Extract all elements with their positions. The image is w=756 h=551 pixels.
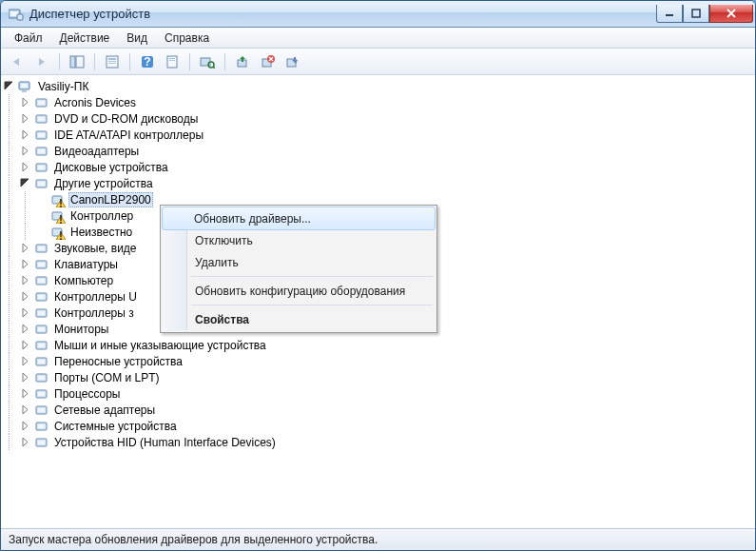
svg-text:!: ! xyxy=(59,228,63,240)
tree-category[interactable]: Дисковые устройства xyxy=(1,159,755,175)
svg-rect-55 xyxy=(38,311,45,315)
context-menu-item[interactable]: Отключить xyxy=(163,229,435,251)
expand-icon[interactable] xyxy=(17,240,33,256)
context-menu-item[interactable]: Обновить драйверы... xyxy=(162,207,436,230)
category-icon xyxy=(33,354,50,369)
tree-category[interactable]: Процессоры xyxy=(1,385,755,402)
svg-rect-10 xyxy=(108,63,116,64)
category-label: Компьютер xyxy=(52,274,115,287)
category-icon xyxy=(33,95,50,110)
context-menu-item[interactable]: Обновить конфигурацию оборудования xyxy=(163,280,435,302)
context-menu-item[interactable]: Свойства xyxy=(163,308,435,330)
category-icon xyxy=(33,370,50,385)
maximize-button[interactable] xyxy=(683,5,709,23)
tree-root[interactable]: Vasiliy-ПК xyxy=(1,78,755,94)
category-label: Другие устройства xyxy=(52,177,155,190)
expand-icon[interactable] xyxy=(17,385,33,402)
tree-category[interactable]: Видеоадаптеры xyxy=(1,143,755,159)
collapse-icon[interactable] xyxy=(1,78,17,94)
svg-rect-3 xyxy=(666,14,673,16)
minimize-button[interactable] xyxy=(656,5,683,23)
expand-icon[interactable] xyxy=(17,434,33,450)
svg-rect-67 xyxy=(38,408,45,412)
toolbar-separator xyxy=(59,53,60,70)
window-controls xyxy=(656,5,753,23)
status-text: Запуск мастера обновления драйверов для … xyxy=(9,533,378,546)
disable-button[interactable] xyxy=(281,51,302,72)
category-label: Устройства HID (Human Interface Devices) xyxy=(52,436,278,449)
tree-category[interactable]: Acronis Devices xyxy=(1,94,755,110)
context-menu-item[interactable]: Удалить xyxy=(163,251,435,273)
update-driver-button[interactable] xyxy=(232,51,253,72)
show-hide-tree-button[interactable] xyxy=(67,51,87,72)
menu-view[interactable]: Вид xyxy=(119,30,155,47)
device-label: CanonLBP2900 xyxy=(68,192,153,207)
expand-icon[interactable] xyxy=(17,321,33,337)
device-warning-icon: ! xyxy=(49,208,67,224)
expand-icon[interactable] xyxy=(17,256,33,272)
titlebar[interactable]: Диспетчер устройств xyxy=(1,1,755,28)
svg-rect-57 xyxy=(38,327,45,331)
tree-category[interactable]: Устройства HID (Human Interface Devices) xyxy=(1,434,755,450)
svg-rect-9 xyxy=(108,61,116,62)
svg-rect-37 xyxy=(38,166,45,169)
category-label: Переносные устройства xyxy=(52,355,184,368)
expand-icon[interactable] xyxy=(17,337,33,353)
menu-file[interactable]: Файл xyxy=(7,30,50,47)
category-label: Системные устройства xyxy=(52,420,179,433)
tree-category[interactable]: Системные устройства xyxy=(1,418,755,434)
category-icon xyxy=(33,322,50,337)
expand-icon[interactable] xyxy=(17,353,33,369)
tree-category[interactable]: Другие устройства xyxy=(1,175,755,191)
expand-icon[interactable] xyxy=(17,369,33,385)
svg-rect-4 xyxy=(692,10,700,17)
svg-rect-29 xyxy=(38,101,45,105)
category-label: DVD и CD-ROM дисководы xyxy=(52,112,200,126)
svg-line-18 xyxy=(213,67,215,69)
category-icon xyxy=(33,160,50,175)
back-button xyxy=(7,51,28,72)
tree-category[interactable]: DVD и CD-ROM дисководы xyxy=(1,110,755,127)
expand-icon[interactable] xyxy=(17,175,33,191)
menu-action[interactable]: Действие xyxy=(52,30,118,47)
tree-category[interactable]: Сетевые адаптеры xyxy=(1,402,755,418)
category-icon xyxy=(33,289,50,305)
expand-icon[interactable] xyxy=(17,110,33,127)
expand-icon[interactable] xyxy=(17,143,33,159)
category-icon xyxy=(33,257,50,272)
svg-rect-5 xyxy=(70,56,75,68)
expand-icon[interactable] xyxy=(17,272,33,288)
properties-button[interactable] xyxy=(102,51,123,72)
category-icon xyxy=(33,241,50,256)
tree-category[interactable]: IDE ATA/ATAPI контроллеры xyxy=(1,127,755,143)
svg-rect-69 xyxy=(38,424,45,428)
close-button[interactable] xyxy=(709,5,753,23)
statusbar: Запуск мастера обновления драйверов для … xyxy=(1,528,755,550)
tree-category[interactable]: Мыши и иные указывающие устройства xyxy=(1,337,755,353)
svg-rect-65 xyxy=(38,392,45,396)
svg-rect-71 xyxy=(38,441,45,444)
menu-help[interactable]: Справка xyxy=(157,30,217,47)
expand-icon[interactable] xyxy=(17,127,33,143)
tree-category[interactable]: Переносные устройства xyxy=(1,353,755,369)
svg-rect-13 xyxy=(167,56,177,68)
uninstall-button[interactable] xyxy=(257,51,278,72)
expand-icon[interactable] xyxy=(17,418,33,434)
category-label: Мониторы xyxy=(52,323,110,336)
expand-icon[interactable] xyxy=(17,288,33,305)
svg-rect-14 xyxy=(169,58,175,59)
svg-rect-15 xyxy=(169,60,175,61)
expand-icon[interactable] xyxy=(17,305,33,321)
device-manager-window: Диспетчер устройств Файл Действие Вид Сп… xyxy=(0,0,756,551)
category-icon xyxy=(33,403,50,418)
root-label: Vasiliy-ПК xyxy=(36,80,90,93)
category-icon xyxy=(33,386,50,402)
help-button[interactable]: ? xyxy=(137,51,158,72)
tree-category[interactable]: Порты (COM и LPT) xyxy=(1,369,755,385)
svg-rect-59 xyxy=(38,344,45,347)
scan-hardware-button[interactable] xyxy=(197,51,218,72)
expand-icon[interactable] xyxy=(17,159,33,175)
expand-icon[interactable] xyxy=(17,402,33,418)
expand-icon[interactable] xyxy=(17,94,33,110)
properties-sheet-button[interactable] xyxy=(162,51,183,72)
